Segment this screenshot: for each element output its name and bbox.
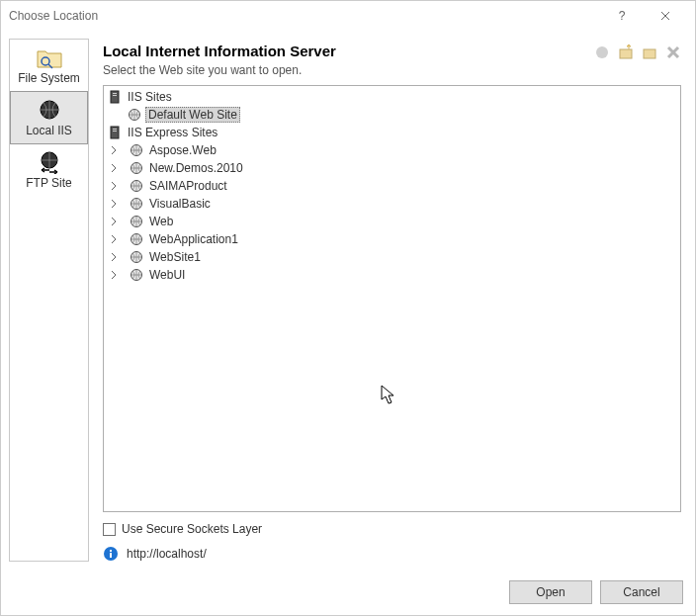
ssl-label: Use Secure Sockets Layer <box>122 522 262 536</box>
pane-title: Local Internet Information Server <box>103 43 336 59</box>
sidebar-item-local-iis[interactable]: Local IIS <box>10 91 88 144</box>
url-row: http://localhost/ <box>103 546 681 562</box>
svg-point-6 <box>596 46 608 58</box>
svg-rect-13 <box>113 95 117 96</box>
url-text: http://localhost/ <box>127 547 207 561</box>
tree-node-label: VisualBasic <box>147 197 213 211</box>
tree-node-label: Aspose.Web <box>147 143 218 157</box>
delete-icon[interactable] <box>665 44 681 60</box>
chevron-right-icon[interactable] <box>108 233 120 245</box>
svg-rect-28 <box>110 550 112 552</box>
tree-node-express-site[interactable]: Web <box>108 213 676 230</box>
cancel-button[interactable]: Cancel <box>600 580 683 604</box>
button-label: Open <box>536 585 565 599</box>
tree-node-express-site[interactable]: WebSite1 <box>108 248 676 266</box>
close-icon <box>660 11 670 21</box>
sidebar-item-label: FTP Site <box>26 176 71 190</box>
tree-node-express-site[interactable]: New.Demos.2010 <box>108 159 676 177</box>
svg-rect-15 <box>111 127 119 138</box>
tree-node-label: IIS Express Sites <box>126 126 219 139</box>
right-pane: Local Internet Information Server Select… <box>89 31 695 570</box>
open-button[interactable]: Open <box>509 580 592 604</box>
location-sidebar: File System Local IIS FTP Site <box>9 39 89 562</box>
button-row: Open Cancel <box>1 570 695 615</box>
tree-node-iis-sites[interactable]: IIS Sites <box>108 88 676 106</box>
globe-icon <box>130 143 143 157</box>
tree-node-express-site[interactable]: WebApplication1 <box>108 230 676 248</box>
globe-icon <box>130 215 143 228</box>
server-icon <box>108 126 122 139</box>
globe-icon <box>130 232 143 246</box>
svg-rect-17 <box>113 131 117 132</box>
tree-node-label: IIS Sites <box>126 90 174 104</box>
sidebar-item-label: Local IIS <box>26 124 72 137</box>
button-label: Cancel <box>623 585 659 599</box>
tree-node-label: WebApplication1 <box>147 232 240 246</box>
globe-icon <box>130 179 143 193</box>
pane-subtitle: Select the Web site you want to open. <box>103 63 336 77</box>
globe-icon <box>128 108 141 122</box>
tree-node-label: WebSite1 <box>147 250 203 264</box>
titlebar: Choose Location ? <box>1 1 695 31</box>
sidebar-item-file-system[interactable]: File System <box>10 40 88 91</box>
site-tree[interactable]: IIS Sites Default Web Site IIS Express S… <box>103 85 681 512</box>
tree-node-default-web-site[interactable]: Default Web Site <box>108 106 676 124</box>
new-app-icon[interactable] <box>594 44 610 60</box>
globe-icon <box>130 161 143 175</box>
info-icon <box>103 546 119 562</box>
close-button[interactable] <box>644 1 687 31</box>
tree-node-label: Default Web Site <box>145 107 240 123</box>
tree-node-label: SAIMAProduct <box>147 179 229 193</box>
tree-node-label: WebUI <box>147 268 187 282</box>
chevron-right-icon[interactable] <box>108 216 120 227</box>
toolbar <box>594 44 681 60</box>
sidebar-item-label: File System <box>18 71 80 85</box>
tree-node-express-site[interactable]: VisualBasic <box>108 195 676 213</box>
tree-node-label: New.Demos.2010 <box>147 161 245 175</box>
globe-iis-icon <box>36 98 63 122</box>
svg-rect-16 <box>113 129 117 130</box>
tree-node-express-site[interactable]: SAIMAProduct <box>108 177 676 195</box>
tree-node-express-site[interactable]: Aspose.Web <box>108 141 676 159</box>
chevron-right-icon[interactable] <box>108 144 120 156</box>
globe-icon <box>130 197 143 211</box>
sidebar-item-ftp-site[interactable]: FTP Site <box>10 144 88 196</box>
svg-rect-7 <box>620 49 632 58</box>
window-title: Choose Location <box>9 9 98 23</box>
globe-ftp-icon <box>36 150 63 174</box>
chevron-right-icon[interactable] <box>108 251 120 263</box>
svg-rect-12 <box>113 93 117 94</box>
chevron-right-icon[interactable] <box>108 162 120 174</box>
svg-rect-27 <box>110 553 112 558</box>
ssl-checkbox-row[interactable]: Use Secure Sockets Layer <box>103 522 681 536</box>
chevron-right-icon[interactable] <box>108 180 120 192</box>
chevron-right-icon[interactable] <box>108 269 120 281</box>
tree-node-iis-express-sites[interactable]: IIS Express Sites <box>108 124 676 141</box>
svg-rect-11 <box>111 91 119 103</box>
chevron-right-icon[interactable] <box>108 198 120 210</box>
tree-node-label: Web <box>147 215 175 228</box>
checkbox-icon <box>103 523 116 536</box>
globe-icon <box>130 268 143 282</box>
globe-icon <box>130 250 143 264</box>
help-button[interactable]: ? <box>600 1 644 31</box>
server-icon <box>108 90 122 104</box>
open-folder-icon[interactable] <box>642 44 657 60</box>
folder-search-icon <box>36 45 63 69</box>
new-vdir-icon[interactable] <box>618 44 634 60</box>
svg-rect-8 <box>644 49 655 58</box>
tree-node-express-site[interactable]: WebUI <box>108 266 676 284</box>
